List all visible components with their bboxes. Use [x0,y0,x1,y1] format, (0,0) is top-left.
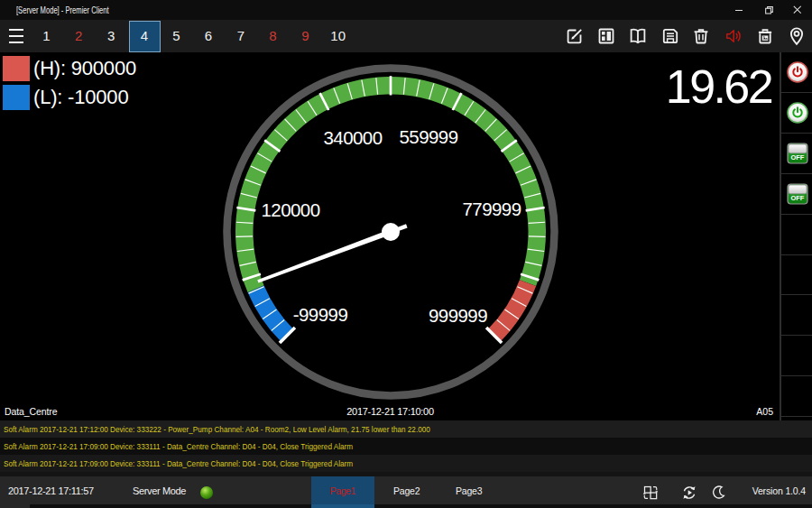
svg-text:120000: 120000 [261,199,319,220]
svg-text:779999: 779999 [462,199,521,219]
svg-text:999999: 999999 [429,305,487,326]
svg-text:OFF: OFF [791,153,805,162]
svg-text:OFF: OFF [791,194,805,202]
svg-text:340000: 340000 [323,127,382,148]
svg-text:559999: 559999 [399,126,457,147]
svg-text:-99999: -99999 [293,304,348,325]
